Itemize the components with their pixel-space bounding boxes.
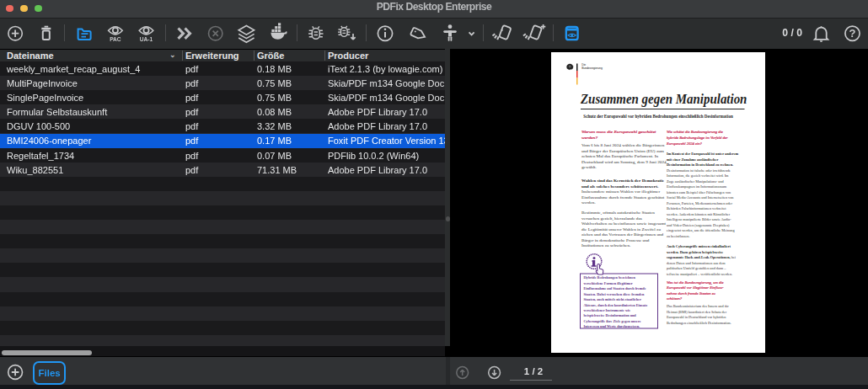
svg-text:?: ? bbox=[849, 27, 856, 40]
svg-text:PAC: PAC bbox=[110, 36, 121, 42]
svg-text:UA-1: UA-1 bbox=[140, 36, 153, 42]
